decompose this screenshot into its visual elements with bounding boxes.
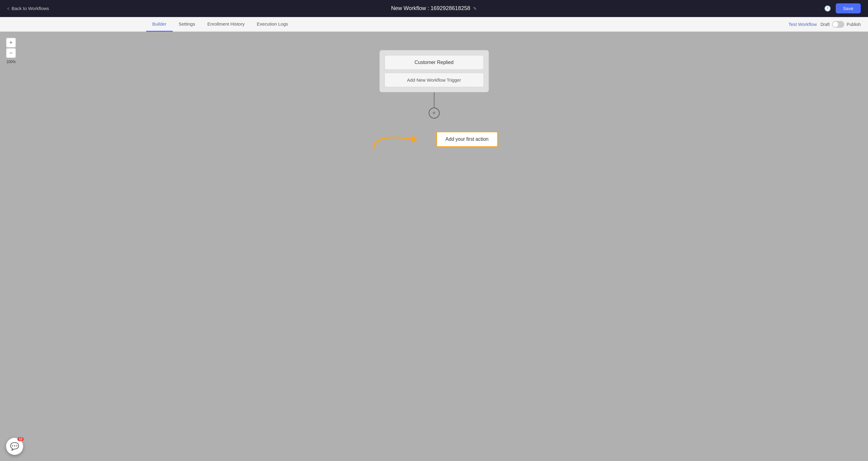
back-button[interactable]: ‹ Back to Workflows	[7, 5, 49, 11]
test-workflow-button[interactable]: Test Workflow	[788, 22, 817, 27]
add-workflow-trigger-button[interactable]: Add New Workflow Trigger	[384, 73, 484, 87]
edit-icon[interactable]: ✎	[473, 6, 477, 11]
action-area: Add your first action	[358, 121, 510, 157]
chat-widget[interactable]: 💬 13	[6, 438, 23, 455]
back-arrow-icon: ‹	[7, 5, 9, 11]
curved-arrow	[364, 124, 431, 154]
zoom-level-label: 100%	[6, 60, 16, 64]
svg-marker-0	[411, 136, 417, 143]
history-icon[interactable]: 🕐	[824, 5, 831, 12]
zoom-controls: + − 100%	[6, 38, 16, 64]
add-first-action-box[interactable]: Add your first action	[436, 131, 498, 147]
zoom-in-button[interactable]: +	[6, 38, 16, 48]
customer-replied-trigger[interactable]: Customer Replied	[384, 55, 484, 70]
tabs-left: Builder Settings Enrollment History Exec…	[146, 17, 294, 32]
draft-toggle-wrapper: Draft Publish	[820, 21, 861, 28]
back-label: Back to Workflows	[11, 6, 49, 11]
tab-settings[interactable]: Settings	[173, 17, 201, 32]
zoom-out-button[interactable]: −	[6, 48, 16, 58]
add-node-button[interactable]: +	[429, 108, 440, 118]
tab-enrollment-history[interactable]: Enrollment History	[201, 17, 251, 32]
tab-builder[interactable]: Builder	[146, 17, 173, 32]
workflow-canvas: + − 100% Customer Replied Add New Workfl…	[0, 32, 868, 461]
draft-label: Draft	[820, 22, 830, 27]
header: ‹ Back to Workflows New Workflow : 16929…	[0, 0, 868, 17]
tab-execution-logs[interactable]: Execution Logs	[251, 17, 294, 32]
header-center: New Workflow : 1692928618258 ✎	[391, 5, 477, 11]
tabs-bar: Builder Settings Enrollment History Exec…	[0, 17, 868, 32]
workflow-title: New Workflow : 1692928618258	[391, 5, 470, 11]
save-button[interactable]: Save	[836, 3, 861, 13]
draft-publish-toggle[interactable]	[832, 21, 844, 28]
header-right: 🕐 Save	[824, 3, 861, 13]
workflow-area: Customer Replied Add New Workflow Trigge…	[373, 32, 495, 157]
trigger-container: Customer Replied Add New Workflow Trigge…	[379, 50, 489, 92]
chat-icon: 💬	[10, 442, 19, 451]
tabs-right: Test Workflow Draft Publish	[788, 21, 861, 28]
chat-notification-badge: 13	[18, 437, 24, 441]
connector-line	[434, 92, 434, 108]
publish-label: Publish	[847, 22, 861, 27]
